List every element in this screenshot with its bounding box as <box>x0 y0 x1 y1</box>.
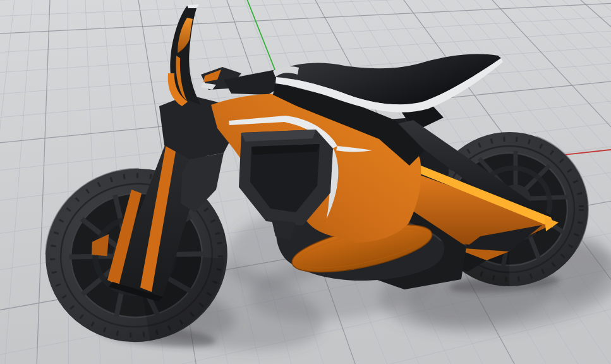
render-canvas[interactable] <box>0 0 611 364</box>
viewport-3d[interactable] <box>0 0 611 364</box>
